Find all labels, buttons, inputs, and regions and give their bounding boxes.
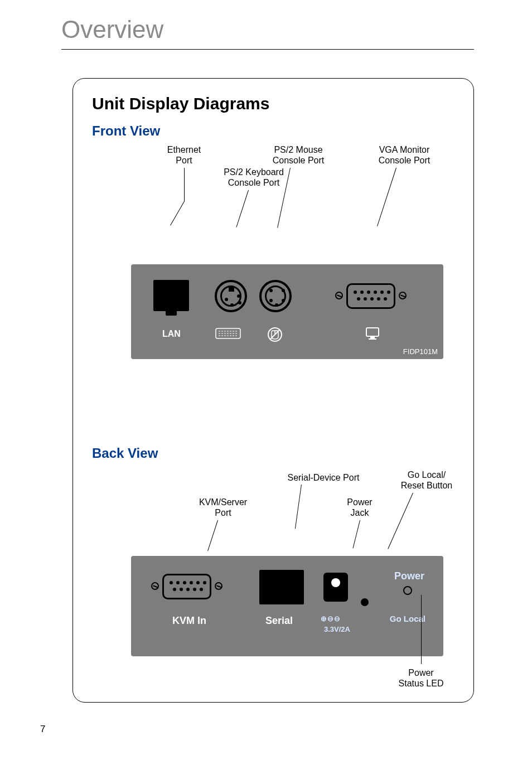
- ps2kbd-callout: PS/2 Keyboard Console Port: [209, 167, 298, 188]
- title-divider: [61, 49, 474, 50]
- callout-text: KVM/Server: [199, 497, 247, 507]
- callout-text: Serial-Device Port: [288, 473, 360, 482]
- diagram-card: Unit Display Diagrams Front View Etherne…: [72, 78, 474, 703]
- section-title: Unit Display Diagrams: [92, 94, 454, 113]
- lan-label: LAN: [162, 329, 181, 339]
- golocal-callout: Go Local/ Reset Button: [388, 469, 466, 491]
- page-number: 7: [40, 724, 45, 735]
- serial-port-icon: [259, 570, 304, 604]
- svg-rect-6: [366, 328, 379, 336]
- voltage-label: 3.3V/2A: [324, 625, 350, 633]
- kvm-callout: KVM/Server Port: [184, 497, 262, 518]
- model-number: FIDP101M: [403, 347, 438, 356]
- callout-text: Status LED: [399, 679, 444, 688]
- svg-rect-7: [370, 337, 375, 338]
- monitor-icon: [365, 327, 380, 342]
- powerled-callout: Power Status LED: [382, 667, 460, 689]
- mouse-crossed-icon: [267, 327, 283, 345]
- ps2-mouse-port-icon: [259, 280, 292, 312]
- polarity-symbol: ⊕⊖⊖: [321, 614, 341, 623]
- back-view-heading: Back View: [92, 446, 158, 461]
- powerjack-callout: Power Jack: [332, 497, 388, 518]
- power-label: Power: [394, 570, 424, 582]
- callout-text: Port: [215, 508, 231, 517]
- callout-text: Reset Button: [401, 481, 453, 490]
- go-local-button-icon: [361, 598, 369, 606]
- callout-text: Jack: [351, 508, 369, 517]
- front-view-diagram: Ethernet Port PS/2 Mouse Console Port VG…: [92, 189, 454, 429]
- kvm-in-label: KVM In: [172, 615, 206, 627]
- callout-text: Power: [408, 668, 433, 677]
- back-view-diagram: Serial-Device Port Go Local/ Reset Butto…: [92, 483, 454, 723]
- callout-text: Ethernet: [167, 145, 201, 154]
- power-jack-icon: [323, 573, 348, 602]
- back-panel: KVM In Serial ⊕⊖⊖ 3.3V/2A Power Go Local: [131, 556, 443, 656]
- callout-text: Console Port: [379, 156, 431, 165]
- power-led-icon: [403, 586, 412, 595]
- callout-text: VGA Monitor: [379, 145, 430, 154]
- ethernet-callout: Ethernet Port: [151, 144, 217, 166]
- ps2-keyboard-port-icon: [215, 280, 247, 312]
- kvm-port-icon: [153, 573, 220, 601]
- svg-rect-8: [369, 338, 376, 340]
- ethernet-port-icon: [153, 280, 189, 311]
- keyboard-icon: [215, 328, 241, 342]
- go-local-label: Go Local: [390, 614, 425, 623]
- callout-text: PS/2 Keyboard: [224, 167, 284, 177]
- serial-label: Serial: [265, 615, 293, 627]
- callout-text: Port: [176, 156, 192, 165]
- callout-text: PS/2 Mouse: [274, 145, 322, 154]
- callout-text: Console Port: [228, 178, 280, 187]
- vga-callout: VGA Monitor Console Port: [365, 144, 443, 166]
- serial-callout: Serial-Device Port: [273, 472, 374, 483]
- callout-text: Console Port: [273, 156, 325, 165]
- callout-text: Go Local/: [408, 470, 446, 480]
- ps2mouse-callout: PS/2 Mouse Console Port: [259, 144, 337, 166]
- callout-text: Power: [347, 497, 372, 507]
- front-view-heading: Front View: [92, 123, 454, 139]
- vga-port-icon: [337, 282, 404, 310]
- page-title: Overview: [61, 16, 163, 43]
- front-panel: LAN: [131, 264, 443, 359]
